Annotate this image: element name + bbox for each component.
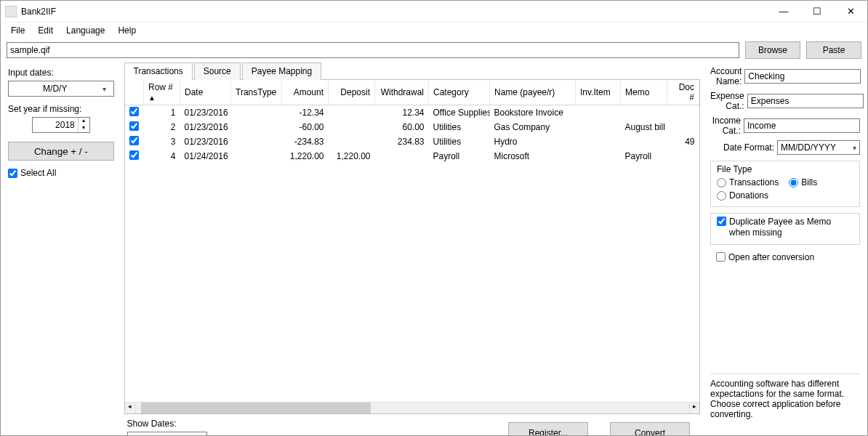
open-after-checkbox[interactable] [716, 252, 726, 262]
select-all-checkbox[interactable] [8, 169, 17, 178]
col-memo[interactable]: Memo [621, 80, 667, 105]
menu-language[interactable]: Language [60, 24, 110, 37]
set-year-value: 2018 [33, 120, 78, 130]
col-category[interactable]: Category [429, 80, 490, 105]
radio-donations[interactable]: Donations [717, 190, 853, 201]
col-invitem[interactable]: Inv.Item [576, 80, 621, 105]
set-year-spinner[interactable]: 2018 ▴ ▾ [32, 117, 90, 133]
date-format-value: MM/DD/YYYY [781, 142, 836, 153]
file-type-group: File Type Transactions Bills Donations [710, 161, 860, 207]
col-withdrawal[interactable]: Withdrawal [375, 80, 429, 105]
file-row: Browse Paste [1, 39, 867, 62]
file-type-label: File Type [717, 164, 853, 174]
radio-transactions[interactable]: Transactions [717, 177, 779, 187]
show-dates-select[interactable]: MM/DD/YYYY ▾ [127, 432, 207, 436]
col-transtype[interactable]: TransType [231, 80, 282, 105]
change-sign-button[interactable]: Change + / - [8, 142, 114, 161]
dup-payee-label: Duplicate Payee as Memo when missing [729, 217, 853, 238]
input-dates-select[interactable]: M/D/Y ▾ [8, 81, 114, 97]
radio-bills[interactable]: Bills [789, 177, 817, 187]
spinner-down-icon[interactable]: ▾ [79, 125, 89, 132]
select-all-row[interactable]: Select All [8, 168, 114, 178]
account-name-input[interactable] [744, 69, 861, 84]
window-title: Bank2IIF [21, 7, 767, 17]
table-row[interactable]: 401/24/20161,220.001,220.00PayrollMicros… [125, 149, 699, 164]
income-cat-label: Income Cat.: [710, 116, 741, 136]
titlebar: Bank2IIF — ☐ ✕ [1, 1, 867, 23]
expense-cat-input[interactable] [747, 94, 864, 108]
convert-button[interactable]: Convert [610, 422, 690, 436]
tabs: Transactions Source Payee Mapping [124, 62, 701, 79]
row-checkbox[interactable] [129, 150, 139, 160]
col-check[interactable] [125, 80, 144, 105]
dup-payee-row[interactable]: Duplicate Payee as Memo when missing [710, 213, 860, 245]
register-button[interactable]: Register... [508, 422, 588, 436]
transactions-grid: Row # ▲ Date TransType Amount Deposit Wi… [124, 79, 701, 414]
left-panel: Input dates: M/D/Y ▾ Set year if missing… [1, 62, 121, 436]
file-path-input[interactable] [7, 42, 739, 58]
expense-cat-label: Expense Cat.: [710, 91, 744, 111]
income-cat-input[interactable] [744, 118, 860, 133]
row-checkbox[interactable] [129, 121, 139, 131]
date-format-label: Date Format: [710, 142, 774, 153]
data-grid[interactable]: Row # ▲ Date TransType Amount Deposit Wi… [125, 80, 700, 164]
center-panel: Transactions Source Payee Mapping Row # … [121, 62, 704, 436]
col-date[interactable]: Date [180, 80, 231, 105]
menubar: File Edit Language Help [1, 23, 867, 39]
menu-file[interactable]: File [5, 24, 31, 37]
open-after-row[interactable]: Open after conversion [710, 249, 860, 266]
show-dates-label: Show Dates: [127, 419, 207, 429]
open-after-label: Open after conversion [728, 252, 814, 263]
horizontal-scrollbar[interactable]: ◂ ▸ [125, 402, 700, 413]
app-icon [5, 6, 17, 17]
account-name-label: Account Name: [710, 66, 742, 86]
col-doc[interactable]: Doc # [667, 80, 699, 105]
tab-transactions[interactable]: Transactions [124, 62, 193, 80]
row-checkbox[interactable] [129, 136, 139, 145]
set-year-label: Set year if missing: [8, 104, 114, 114]
chevron-down-icon: ▾ [99, 85, 110, 93]
select-all-label: Select All [20, 168, 56, 178]
menu-help[interactable]: Help [112, 24, 142, 37]
right-panel: Account Name: Expense Cat.: Income Cat.:… [703, 62, 867, 436]
browse-button[interactable]: Browse [745, 41, 800, 59]
tab-payee-mapping[interactable]: Payee Mapping [242, 62, 321, 80]
table-row[interactable]: 301/23/2016-234.83234.83UtilitiesHydro49 [125, 134, 699, 149]
info-text: Accounting software has different expect… [710, 374, 860, 436]
input-dates-value: M/D/Y [12, 84, 99, 94]
table-row[interactable]: 201/23/2016-60.0060.00UtilitiesGas Compa… [125, 120, 699, 134]
paste-button[interactable]: Paste [806, 41, 861, 59]
row-checkbox[interactable] [129, 107, 139, 116]
maximize-button[interactable]: ☐ [800, 1, 834, 23]
date-format-select[interactable]: MM/DD/YYYY ▾ [777, 140, 860, 155]
col-amount[interactable]: Amount [282, 80, 329, 105]
col-row[interactable]: Row # ▲ [144, 80, 180, 105]
close-button[interactable]: ✕ [834, 1, 867, 23]
col-deposit[interactable]: Deposit [329, 80, 375, 105]
input-dates-label: Input dates: [8, 68, 114, 78]
scrollbar-thumb[interactable] [141, 403, 371, 413]
bottom-row: Show Dates: MM/DD/YYYY ▾ Register... Con… [124, 414, 701, 436]
tab-source[interactable]: Source [194, 62, 241, 80]
chevron-down-icon: ▾ [853, 144, 856, 152]
dup-payee-checkbox[interactable] [717, 217, 726, 226]
minimize-button[interactable]: — [767, 1, 800, 23]
col-name[interactable]: Name (payee/r) [490, 80, 576, 105]
table-row[interactable]: 101/23/2016-12.3412.34Office SuppliesBoo… [125, 105, 699, 121]
menu-edit[interactable]: Edit [32, 24, 59, 37]
